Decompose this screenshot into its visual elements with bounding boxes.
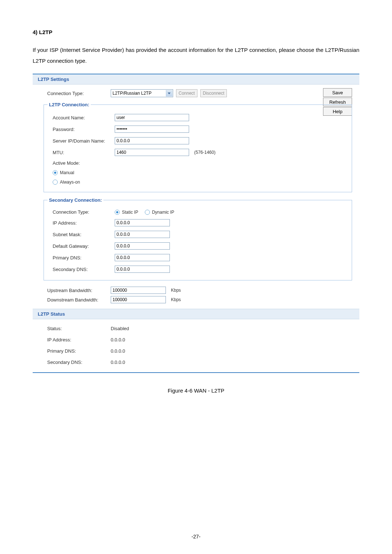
figure-caption: Figure 4-6 WAN - L2TP	[33, 387, 359, 394]
radio-unchecked-icon	[53, 180, 58, 185]
l2tp-connection-group: L2TP Connection: Account Name: Password:…	[44, 102, 352, 192]
server-label: Server IP/Domain Name:	[44, 138, 115, 144]
manual-radio-option[interactable]: Manual	[53, 170, 74, 175]
secondary-dns-input[interactable]	[115, 266, 170, 273]
disconnect-button[interactable]: Disconnect	[200, 89, 227, 97]
status-ip-value: 0.0.0.0	[111, 337, 125, 342]
ip-address-input[interactable]	[115, 219, 170, 226]
upstream-bandwidth-label: Upstream Bandwidth:	[33, 288, 111, 293]
settings-body: Save Refresh Help Connection Type: L2TP/…	[33, 85, 359, 309]
always-on-radio-option[interactable]: Always-on	[53, 180, 80, 185]
password-input[interactable]	[115, 126, 189, 133]
server-input[interactable]	[115, 137, 189, 144]
radio-checked-icon	[53, 170, 58, 175]
status-body: Status: Disabled IP Address: 0.0.0.0 Pri…	[33, 319, 359, 372]
secondary-connection-legend: Secondary Connection:	[48, 197, 103, 203]
connection-type-select-wrap: L2TP/Russian L2TP	[111, 89, 173, 97]
mtu-hint: (576-1460)	[192, 150, 216, 155]
subnet-mask-input[interactable]	[115, 231, 170, 238]
radio-unchecked-icon	[145, 210, 150, 215]
status-pdns-value: 0.0.0.0	[111, 348, 125, 354]
primary-dns-label: Primary DNS:	[44, 255, 115, 260]
page-content: 4) L2TP If your ISP (Internet Service Pr…	[0, 0, 392, 394]
always-on-radio-label: Always-on	[60, 180, 80, 185]
dynamic-ip-radio-label: Dynamic IP	[152, 210, 174, 215]
status-pdns-label: Primary DNS:	[33, 348, 111, 354]
l2tp-connection-legend: L2TP Connection:	[48, 102, 91, 107]
dynamic-ip-radio-option[interactable]: Dynamic IP	[145, 210, 174, 215]
l2tp-status-header: L2TP Status	[33, 309, 359, 319]
subnet-mask-label: Subnet Mask:	[44, 232, 115, 237]
connection-type-select[interactable]: L2TP/Russian L2TP	[111, 89, 173, 97]
downstream-bandwidth-label: Downstream Bandwidth:	[33, 297, 111, 303]
radio-checked-icon	[115, 210, 120, 215]
status-label: Status:	[33, 326, 111, 331]
default-gateway-input[interactable]	[115, 242, 170, 250]
downstream-unit: Kbps	[169, 297, 181, 302]
intro-paragraph: If your ISP (Internet Service Provider) …	[33, 45, 359, 66]
ip-address-label: IP Address:	[44, 220, 115, 226]
page-number: -27-	[0, 534, 392, 539]
mtu-input[interactable]	[115, 149, 189, 156]
section-heading: 4) L2TP	[33, 29, 359, 35]
sec-conn-type-label: Connection Type:	[44, 209, 115, 215]
default-gateway-label: Default Gateway:	[44, 243, 115, 249]
static-ip-radio-label: Static IP	[122, 210, 138, 215]
secondary-dns-label: Secondary DNS:	[44, 267, 115, 272]
account-name-label: Account Name:	[44, 115, 115, 120]
mtu-label: MTU:	[44, 150, 115, 155]
connection-type-label: Connection Type:	[33, 91, 111, 96]
connect-button[interactable]: Connect	[176, 89, 197, 97]
status-sdns-value: 0.0.0.0	[111, 360, 125, 365]
save-button[interactable]: Save	[323, 88, 352, 97]
account-name-input[interactable]	[115, 114, 189, 121]
upstream-bandwidth-input[interactable]	[111, 287, 166, 294]
status-value: Disabled	[111, 326, 129, 331]
l2tp-settings-header: L2TP Settings	[33, 74, 359, 85]
password-label: Password:	[44, 127, 115, 132]
primary-dns-input[interactable]	[115, 254, 170, 261]
downstream-bandwidth-input[interactable]	[111, 296, 166, 303]
config-panel: L2TP Settings Save Refresh Help Connecti…	[33, 74, 359, 373]
static-ip-radio-option[interactable]: Static IP	[115, 210, 138, 215]
status-ip-label: IP Address:	[33, 337, 111, 342]
manual-radio-label: Manual	[60, 170, 74, 175]
active-mode-label: Active Mode:	[44, 160, 115, 166]
secondary-connection-group: Secondary Connection: Connection Type: S…	[44, 197, 352, 280]
upstream-unit: Kbps	[169, 288, 181, 293]
status-sdns-label: Secondary DNS:	[33, 360, 111, 365]
